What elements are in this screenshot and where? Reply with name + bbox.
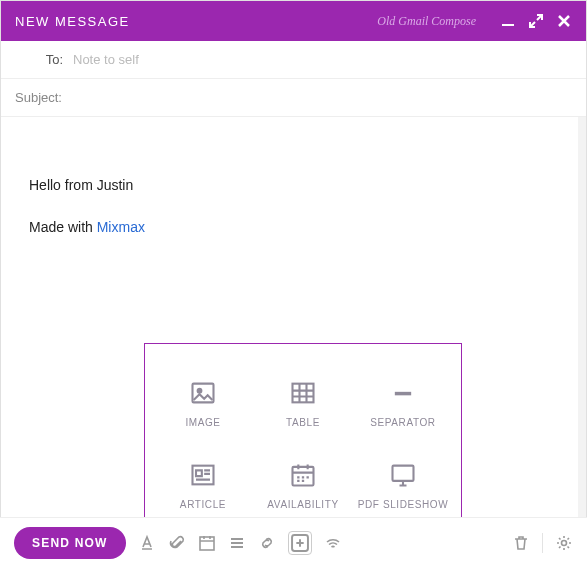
compose-mode-label[interactable]: Old Gmail Compose xyxy=(377,14,476,29)
menu-label: SEPARATOR xyxy=(370,417,435,428)
subject-input[interactable] xyxy=(68,90,572,105)
calendar-icon[interactable] xyxy=(198,534,216,552)
settings-icon[interactable] xyxy=(555,534,573,552)
insert-image[interactable]: IMAGE xyxy=(153,362,253,444)
svg-rect-3 xyxy=(293,383,314,402)
wifi-icon[interactable] xyxy=(324,534,342,552)
svg-rect-4 xyxy=(395,391,411,395)
titlebar: NEW MESSAGE Old Gmail Compose xyxy=(1,1,586,41)
table-icon xyxy=(289,379,317,407)
window-title: NEW MESSAGE xyxy=(15,14,130,29)
divider xyxy=(542,533,543,553)
to-label: To: xyxy=(15,52,63,67)
insert-separator[interactable]: SEPARATOR xyxy=(353,362,453,444)
svg-rect-11 xyxy=(200,537,214,550)
pdf-slideshow-icon xyxy=(389,461,417,489)
menu-label: AVAILABILITY xyxy=(267,499,338,510)
menu-label: TABLE xyxy=(286,417,320,428)
svg-rect-7 xyxy=(393,465,414,480)
list-icon[interactable] xyxy=(228,534,246,552)
compose-toolbar: SEND NOW xyxy=(0,517,587,567)
body-line: Made with Mixmax xyxy=(29,219,550,235)
message-body[interactable]: Hello from Justin Made with Mixmax IMAGE… xyxy=(1,117,586,527)
article-icon xyxy=(189,461,217,489)
close-icon[interactable] xyxy=(556,13,572,29)
separator-icon xyxy=(389,379,417,407)
svg-rect-1 xyxy=(193,383,214,402)
availability-icon xyxy=(289,461,317,489)
to-input[interactable] xyxy=(73,52,572,67)
trash-icon[interactable] xyxy=(512,534,530,552)
insert-table[interactable]: TABLE xyxy=(253,362,353,444)
insert-availability[interactable]: AVAILABILITY xyxy=(253,444,353,526)
insert-pdf-slideshow[interactable]: PDF SLIDESHOW xyxy=(353,444,453,526)
menu-label: IMAGE xyxy=(185,417,220,428)
send-button[interactable]: SEND NOW xyxy=(14,527,126,559)
link-icon[interactable] xyxy=(258,534,276,552)
svg-rect-0 xyxy=(502,24,514,26)
image-icon xyxy=(189,379,217,407)
svg-point-13 xyxy=(562,540,567,545)
minimize-icon[interactable] xyxy=(500,13,516,29)
svg-rect-6 xyxy=(293,466,314,485)
to-row: To: xyxy=(1,41,586,79)
menu-label: PDF SLIDESHOW xyxy=(358,499,449,510)
attach-icon[interactable] xyxy=(168,534,186,552)
svg-point-2 xyxy=(198,388,202,392)
format-text-icon[interactable] xyxy=(138,534,156,552)
insert-article[interactable]: ARTICLE xyxy=(153,444,253,526)
body-line: Hello from Justin xyxy=(29,177,550,193)
expand-icon[interactable] xyxy=(528,13,544,29)
menu-label: ARTICLE xyxy=(180,499,226,510)
mixmax-link[interactable]: Mixmax xyxy=(97,219,145,235)
subject-label: Subject: xyxy=(15,90,62,105)
subject-row: Subject: xyxy=(1,79,586,117)
insert-icon[interactable] xyxy=(288,531,312,555)
